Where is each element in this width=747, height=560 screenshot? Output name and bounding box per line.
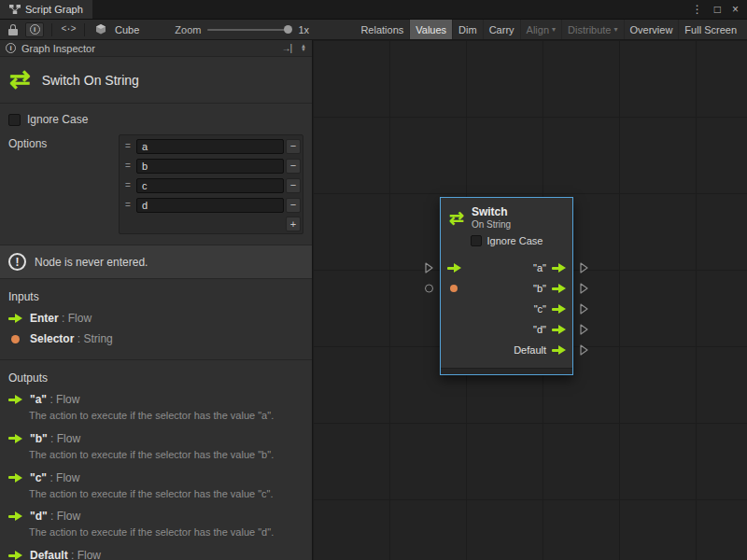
chevron-down-icon: ▾ — [614, 26, 618, 34]
remove-option-button[interactable]: − — [286, 139, 301, 154]
remove-option-button[interactable]: − — [286, 198, 301, 213]
option-row: = − — [120, 136, 302, 156]
node-output-label: "a" — [533, 262, 546, 273]
graph-icon — [9, 4, 21, 15]
flow-arrow-icon — [8, 473, 22, 483]
option-input[interactable] — [136, 139, 284, 154]
scroll-down-icon[interactable]: ▼ — [301, 49, 306, 51]
distribute-dropdown[interactable]: Distribute▾ — [561, 20, 623, 39]
node-subtitle: On String — [472, 219, 511, 231]
drag-handle-icon[interactable]: = — [121, 180, 134, 190]
drag-handle-icon[interactable]: = — [121, 200, 134, 210]
node-ignore-case-row: Ignore Case — [441, 234, 572, 254]
option-input[interactable] — [136, 178, 284, 193]
output-port-desc: The action to execute if the selector ha… — [0, 449, 312, 468]
node-header[interactable]: ⇄ Switch On String — [441, 198, 572, 234]
node-output-label: "b" — [533, 283, 546, 294]
flow-in-arrow-icon[interactable] — [447, 263, 461, 273]
window-menu-icon[interactable]: ⋮ — [692, 4, 703, 15]
zoom-value: 1x — [298, 24, 309, 35]
node-port-row: "c" — [441, 299, 572, 319]
options-label: Options — [8, 134, 119, 234]
title-bar: Script Graph ⋮ □ × — [0, 0, 747, 20]
flow-output-port[interactable] — [580, 283, 588, 294]
close-icon[interactable]: × — [732, 4, 739, 15]
output-port-row: "a" : Flow — [0, 389, 312, 410]
tab-script-graph[interactable]: Script Graph — [0, 0, 92, 19]
output-port-row: "b" : Flow — [0, 428, 312, 449]
flow-out-arrow-icon[interactable] — [552, 345, 566, 355]
node-footer — [441, 368, 572, 374]
option-row: = − — [120, 195, 302, 215]
flow-arrow-icon — [8, 511, 22, 521]
fullscreen-button[interactable]: Full Screen — [678, 20, 742, 39]
scroll-spinner[interactable]: ▲ ▼ — [301, 45, 306, 51]
overview-button[interactable]: Overview — [624, 20, 679, 39]
node-output-label: Default — [514, 344, 546, 356]
remove-option-button[interactable]: − — [286, 178, 301, 193]
node-port-row: "d" — [441, 319, 572, 340]
dock-icon[interactable]: →| — [281, 43, 291, 53]
zoom-slider[interactable] — [207, 29, 288, 31]
drag-handle-icon[interactable]: = — [121, 161, 134, 171]
flow-output-port[interactable] — [580, 324, 588, 335]
flow-output-port[interactable] — [580, 262, 588, 273]
switch-on-string-node[interactable]: ⇄ Switch On String Ignore Case "a" — [440, 197, 573, 375]
graph-target-label[interactable]: Cube — [115, 24, 139, 35]
flow-input-port[interactable] — [425, 262, 433, 273]
info-icon: i — [30, 24, 40, 35]
ignore-case-checkbox[interactable] — [471, 235, 482, 246]
tab-label: Script Graph — [25, 4, 83, 15]
flow-arrow-icon — [8, 395, 22, 404]
maximize-icon[interactable]: □ — [714, 4, 721, 15]
switch-unit-icon: ⇄ — [9, 67, 31, 92]
lock-icon[interactable] — [5, 22, 21, 37]
code-preview-icon[interactable]: <·> — [60, 22, 77, 37]
input-port-row: Selector : String — [0, 329, 312, 349]
flow-out-arrow-icon[interactable] — [552, 304, 566, 314]
output-port-row: Default : Flow — [0, 545, 312, 560]
remove-option-button[interactable]: − — [286, 159, 301, 174]
cube-target-icon[interactable] — [92, 22, 109, 37]
switch-unit-icon: ⇄ — [449, 209, 464, 227]
flow-out-arrow-icon[interactable] — [552, 263, 566, 273]
options-row: Options = − = − = − = — [0, 128, 312, 234]
graph-canvas[interactable]: ⇄ Switch On String Ignore Case "a" — [313, 40, 747, 560]
carry-button[interactable]: Carry — [483, 20, 520, 39]
option-row: = − — [120, 175, 302, 195]
flow-out-arrow-icon[interactable] — [552, 325, 566, 334]
option-input[interactable] — [136, 159, 284, 174]
graph-inspector-panel: i Graph Inspector →| ▲ ▼ ⇄ Switch On Str… — [0, 40, 313, 560]
ignore-case-label: Ignore Case — [27, 113, 88, 126]
node-ports: "a" "b" — [441, 254, 572, 368]
zoom-label: Zoom — [175, 24, 201, 35]
info-icon: i — [6, 43, 16, 53]
flow-output-port[interactable] — [580, 344, 588, 356]
warning-icon: ! — [8, 253, 26, 271]
values-button[interactable]: Values — [409, 20, 452, 39]
inspector-header: i Graph Inspector →| ▲ ▼ — [0, 40, 312, 57]
flow-output-port[interactable] — [580, 303, 588, 315]
align-dropdown[interactable]: Align▾ — [520, 20, 561, 39]
ignore-case-checkbox[interactable] — [8, 114, 21, 126]
flow-arrow-icon — [8, 434, 22, 443]
selector-value-icon[interactable] — [450, 285, 458, 292]
flow-out-arrow-icon[interactable] — [552, 284, 566, 293]
selector-input-port[interactable] — [425, 285, 433, 293]
warning-box: ! Node is never entered. — [0, 245, 312, 279]
flow-arrow-icon — [8, 551, 22, 560]
drag-handle-icon[interactable]: = — [121, 141, 134, 151]
output-port-desc: The action to execute if the selector ha… — [0, 410, 312, 428]
zoom-slider-knob[interactable] — [284, 25, 292, 34]
dim-button[interactable]: Dim — [452, 20, 483, 39]
option-input[interactable] — [136, 198, 284, 213]
input-port-row: Enter : Flow — [0, 308, 312, 329]
relations-button[interactable]: Relations — [355, 20, 409, 39]
outputs-header: Outputs — [0, 360, 312, 389]
unit-title-block: ⇄ Switch On String — [0, 57, 312, 104]
inspector-toggle-button[interactable]: i — [25, 22, 44, 37]
add-option-button[interactable]: + — [286, 217, 301, 231]
output-port-row: "d" : Flow — [0, 506, 312, 526]
inspector-title: Graph Inspector — [21, 43, 95, 54]
graph-toolbar: i <·> Cube Zoom 1x Relations Values Dim … — [0, 20, 747, 40]
